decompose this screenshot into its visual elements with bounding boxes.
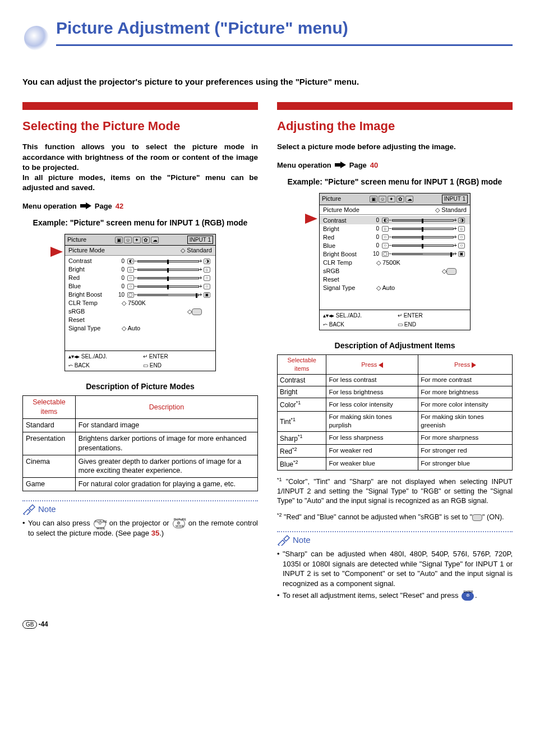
table-row: Sharp*1For less sharpnessFor more sharpn… bbox=[278, 431, 513, 444]
slider-left-cap-icon: ☼ bbox=[127, 267, 134, 273]
osd-tab-label: Picture bbox=[67, 236, 86, 244]
srgb-on-icon bbox=[472, 514, 482, 521]
right-heading: Adjusting the Image bbox=[277, 118, 513, 135]
footnote-1: *1 "Color", "Tint" and "Sharp" are not d… bbox=[277, 476, 513, 506]
osd-slider-row: Blue0○−+○ bbox=[320, 241, 470, 250]
arrow-right-icon bbox=[80, 202, 91, 209]
page-link-42[interactable]: 42 bbox=[116, 201, 123, 211]
right-table-title: Description of Adjustment Items bbox=[277, 340, 513, 351]
page-link-35[interactable]: 35 bbox=[151, 529, 159, 537]
note-label: Note bbox=[38, 504, 56, 515]
osd-footer: ▴▾◂▸ SEL./ADJ. ↵ ENTER ⤺ BACK ▭ END bbox=[65, 351, 215, 371]
right-column: Adjusting the Image Select a picture mod… bbox=[277, 102, 513, 603]
osd-picture-mode-row: Picture Mode ◇ Standard bbox=[320, 205, 470, 215]
tab-icon: ☁ bbox=[405, 196, 413, 202]
osd-footer: ▴▾◂▸ SEL./ADJ. ↵ ENTER ⤺ BACK ▭ END bbox=[320, 310, 470, 330]
table-row: CinemaGives greater depth to darker port… bbox=[23, 455, 258, 478]
svg-point-0 bbox=[24, 26, 49, 50]
menu-op-page: Page bbox=[349, 160, 367, 170]
th-description: Description bbox=[75, 396, 257, 419]
th-press-left: Press bbox=[326, 355, 418, 375]
srgb-toggle-icon bbox=[192, 308, 202, 315]
tab-icon: ☁ bbox=[151, 237, 159, 243]
slider-right-cap-icon: ○ bbox=[204, 275, 210, 281]
arrow-right-icon bbox=[335, 162, 346, 168]
note-label: Note bbox=[293, 534, 311, 546]
tab-icon: ☺ bbox=[379, 196, 386, 202]
osd-picture-mode-row: Picture Mode ◇ Standard bbox=[65, 246, 215, 256]
slider-right-cap-icon: ☼ bbox=[458, 226, 465, 232]
svg-marker-2 bbox=[335, 162, 346, 168]
table-row: Blue*2For weaker blueFor stronger blue bbox=[278, 457, 513, 470]
left-column: Selecting the Picture Mode This function… bbox=[22, 102, 258, 603]
osd-pm-label: Picture Mode bbox=[68, 246, 105, 255]
note-item: "Sharp" can be adjusted when 480I, 480P,… bbox=[277, 549, 513, 588]
menu-operation-line: Menu operation Page 40 bbox=[277, 160, 513, 170]
section-bar bbox=[22, 102, 258, 110]
osd-slider-row: Red0○−+○ bbox=[65, 274, 215, 282]
intro-text: You can adjust the projector's picture t… bbox=[22, 76, 513, 87]
table-row: Tint*1For making skin tones purplishFor … bbox=[278, 411, 513, 431]
section-bar bbox=[277, 102, 513, 110]
osd-slider-row: Bright Boost10▢−+▣ bbox=[320, 250, 470, 258]
osd-header: Picture ▣ ☺ ✦ ✿ ☁ INPUT 1 bbox=[320, 193, 470, 205]
osd-srgb-row: sRGB◇ bbox=[320, 266, 470, 275]
highlight-arrow-icon bbox=[305, 214, 317, 224]
slider-right-cap-icon: ◑ bbox=[458, 218, 465, 223]
note-heading: Note bbox=[277, 534, 513, 546]
osd-slider-row: Red0○−+○ bbox=[320, 233, 470, 241]
title-circle-icon bbox=[22, 24, 50, 52]
srgb-toggle-icon bbox=[446, 268, 456, 275]
note-item: To reset all adjustment items, select "R… bbox=[277, 591, 513, 601]
left-body2: In all picture modes, items on the "Pict… bbox=[22, 173, 258, 193]
picture-mode-remote-button-icon: ⊚PICTURE MODE bbox=[173, 519, 185, 528]
osd-rows: Contrast0◐−+◑ Bright0☼−+☼ Red0○−+○ Blue0… bbox=[320, 215, 470, 310]
slider-left-cap-icon: ○ bbox=[127, 275, 134, 281]
note-body: You can also press ⦾PICTURE MODE on the … bbox=[22, 518, 258, 538]
osd-pm-value: ◇ Standard bbox=[181, 246, 212, 255]
osd-reset-row: Reset bbox=[320, 275, 470, 283]
osd-header: Picture ▣ ☺ ✦ ✿ ☁ INPUT 1 bbox=[65, 234, 215, 246]
slider-left-cap-icon: ◐ bbox=[127, 259, 134, 264]
tab-icon: ✿ bbox=[396, 196, 404, 202]
slider-left-cap-icon: ☼ bbox=[382, 226, 389, 232]
slider-left-cap-icon: ◐ bbox=[382, 218, 389, 223]
osd-slider-row: Bright Boost10▢−+▣ bbox=[65, 291, 215, 299]
osd-slider-row: Contrast0◐−+◑ bbox=[320, 216, 470, 224]
triangle-left-icon bbox=[379, 362, 383, 368]
th-selectable: Selectable items bbox=[23, 396, 76, 419]
dotted-separator bbox=[277, 531, 513, 532]
osd-clrtemp-row: CLR Temp◇ 7500K bbox=[320, 258, 470, 266]
table-row: BrightFor less brightnessFor more bright… bbox=[278, 386, 513, 398]
slider-left-cap-icon: ○ bbox=[382, 243, 389, 248]
menu-op-label: Menu operation bbox=[277, 160, 331, 170]
tab-icon: ▣ bbox=[115, 237, 123, 243]
th-press-right: Press bbox=[418, 355, 513, 375]
osd-signal-row: Signal Type◇ Auto bbox=[320, 283, 470, 292]
osd-menu-right: Picture ▣ ☺ ✦ ✿ ☁ INPUT 1 Picture Mode ◇… bbox=[319, 193, 471, 330]
osd-tab-icons: ▣ ☺ ✦ ✿ ☁ bbox=[370, 196, 413, 202]
left-heading: Selecting the Picture Mode bbox=[22, 118, 258, 135]
menu-op-page: Page bbox=[95, 201, 112, 211]
slider-right-cap-icon: ◑ bbox=[204, 259, 210, 264]
table-row: GameFor natural color gradation for play… bbox=[23, 478, 258, 491]
note-item: You can also press ⦾PICTURE MODE on the … bbox=[22, 518, 258, 538]
table-row: PresentationBrightens darker portions of… bbox=[23, 432, 258, 455]
table-row: Red*2For weaker redFor stronger red bbox=[278, 444, 513, 457]
slider-left-cap-icon: ▢ bbox=[127, 292, 134, 298]
osd-slider-row: Bright0☼−+☼ bbox=[320, 224, 470, 233]
slider-right-cap-icon: ○ bbox=[458, 243, 465, 248]
enter-button-icon: ⊚ENTER bbox=[462, 592, 474, 601]
right-body1: Select a picture mode before adjusting t… bbox=[277, 142, 513, 152]
osd-input-label: INPUT 1 bbox=[442, 195, 468, 204]
page-title-block: Picture Adjustment ("Picture" menu) bbox=[22, 17, 513, 59]
osd-slider-row: Blue0○−+○ bbox=[65, 282, 215, 291]
picture-modes-table: Selectable items Description StandardFor… bbox=[22, 395, 258, 491]
slider-left-cap-icon: ○ bbox=[127, 284, 134, 289]
svg-marker-1 bbox=[80, 202, 91, 209]
left-table-title: Description of Picture Modes bbox=[22, 381, 258, 392]
th-selectable: Selectable items bbox=[278, 355, 326, 375]
slider-right-cap-icon: ▣ bbox=[458, 251, 465, 257]
osd-srgb-row: sRGB◇ bbox=[65, 307, 215, 316]
page-link-40[interactable]: 40 bbox=[370, 160, 378, 170]
